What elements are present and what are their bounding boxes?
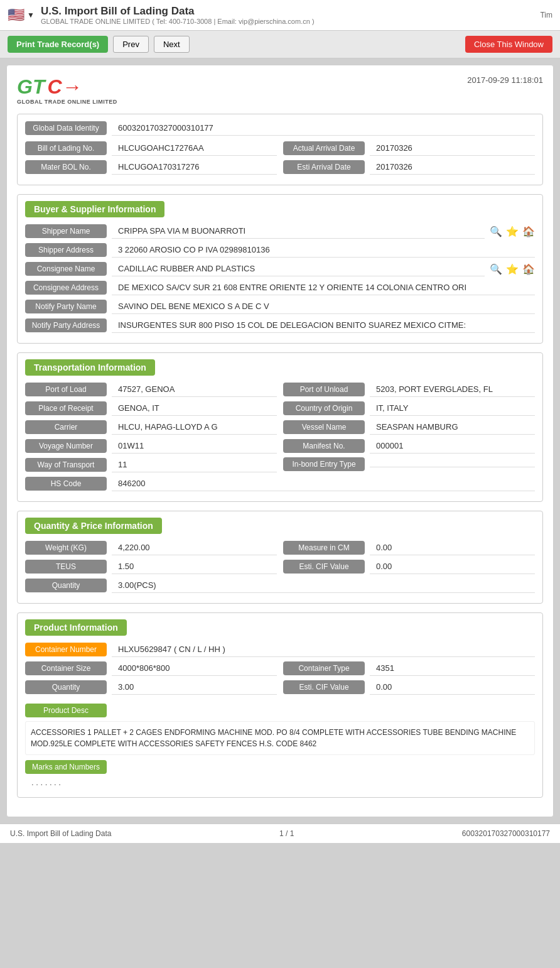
voyage-manifest-row: Voyage Number 01W11 Manifest No. 000001 <box>25 438 535 457</box>
manifest-no-label: Manifest No. <box>283 439 365 453</box>
product-info-header: Product Information <box>25 619 535 642</box>
notify-party-address-label: Notify Party Address <box>25 318 107 332</box>
transportation-title: Transportation Information <box>25 359 155 376</box>
container-size-type-row: Container Size 4000*806*800 Container Ty… <box>25 661 535 680</box>
logo: G T C → <box>17 75 82 99</box>
global-data-identity-value: 600320170327000310177 <box>112 121 535 136</box>
port-of-unload-label: Port of Unload <box>283 383 365 396</box>
port-of-unload-value: 5203, PORT EVERGLADES, FL <box>370 382 535 397</box>
shipper-search-icon[interactable]: 🔍 <box>490 226 502 237</box>
teus-value: 1.50 <box>112 559 277 574</box>
hs-code-value: 846200 <box>112 476 535 491</box>
country-of-origin-row: Country of Origin IT, ITALY <box>283 401 535 416</box>
shipper-star-icon[interactable]: ⭐ <box>506 226 519 237</box>
bol-left: Bill of Lading No. HLCUGOAHC17276AA <box>25 141 277 160</box>
product-quantity-value: 3.00 <box>112 680 277 695</box>
transportation-section: Transportation Information Port of Load … <box>17 352 543 502</box>
top-bar-right: Tim <box>540 11 552 19</box>
dropdown-arrow[interactable]: ▼ <box>27 11 35 19</box>
transportation-header: Transportation Information <box>25 359 535 382</box>
bill-of-lading-label: Bill of Lading No. <box>25 141 107 155</box>
country-of-origin-label: Country of Origin <box>283 401 365 415</box>
quantity-row: Quantity 3.00(PCS) <box>25 578 535 593</box>
container-number-row: Container Number HLXU5629847 ( CN / L / … <box>25 642 535 657</box>
consignee-name-label: Consignee Name <box>25 262 107 276</box>
top-bar: 🇺🇸 ▼ U.S. Import Bill of Lading Data GLO… <box>0 0 560 31</box>
measure-cm-row: Measure in CM 0.00 <box>283 540 535 555</box>
consignee-star-icon[interactable]: ⭐ <box>506 263 519 275</box>
container-number-value: HLXU5629847 ( CN / L / HH ) <box>112 642 535 657</box>
marks-and-numbers-value: . . . . . . . <box>25 774 535 791</box>
hs-code-row: HS Code 846200 <box>25 476 535 491</box>
quantity-value: 3.00(PCS) <box>112 578 535 593</box>
transport-inbond-row: Way of Transport 11 In-bond Entry Type <box>25 457 535 476</box>
vessel-name-row: Vessel Name SEASPAN HAMBURG <box>283 420 535 435</box>
doc-header: G T C → GLOBAL TRADE ONLINE LIMITED 2017… <box>17 75 543 105</box>
product-desc-label-row: Product Desc <box>25 704 535 717</box>
notify-party-name-label: Notify Party Name <box>25 300 107 313</box>
product-desc-label: Product Desc <box>25 704 107 717</box>
place-of-receipt-row: Place of Receipt GENOA, IT <box>25 401 277 416</box>
print-button[interactable]: Print Trade Record(s) <box>8 36 108 53</box>
consignee-home-icon[interactable]: 🏠 <box>522 263 535 275</box>
consignee-address-row: Consignee Address DE MEXICO SA/CV SUR 21… <box>25 280 535 295</box>
esti-arrival-row: Esti Arrival Date 20170326 <box>283 160 535 175</box>
close-button[interactable]: Close This Window <box>465 36 552 53</box>
buyer-supplier-title: Buyer & Supplier Information <box>25 201 164 217</box>
product-desc-text: ACCESSORIES 1 PALLET + 2 CAGES ENDFORMIN… <box>25 721 535 755</box>
bill-of-lading-row: Bill of Lading No. HLCUGOAHC17276AA <box>25 141 277 156</box>
consignee-address-label: Consignee Address <box>25 281 107 295</box>
footer-right: 600320170327000310177 <box>462 829 550 838</box>
quantity-price-title: Quantity & Price Information <box>25 518 162 534</box>
container-size-row: Container Size 4000*806*800 <box>25 661 277 676</box>
consignee-search-icon[interactable]: 🔍 <box>490 263 502 275</box>
esti-arrival-value: 20170326 <box>370 160 535 175</box>
product-info-title: Product Information <box>25 619 127 636</box>
voyage-number-row: Voyage Number 01W11 <box>25 438 277 454</box>
port-of-load-row: Port of Load 47527, GENOA <box>25 382 277 397</box>
voyage-number-label: Voyage Number <box>25 439 107 453</box>
container-size-value: 4000*806*800 <box>112 661 277 676</box>
shipper-home-icon[interactable]: 🏠 <box>522 226 535 237</box>
container-type-row: Container Type 4351 <box>283 661 535 676</box>
prev-button[interactable]: Prev <box>113 36 149 53</box>
consignee-icons: 🔍 ⭐ 🏠 <box>490 263 535 275</box>
shipper-name-row: Shipper Name CRIPPA SPA VIA M BUONARROTI… <box>25 224 535 239</box>
carrier-value: HLCU, HAPAG-LLOYD A G <box>112 420 277 435</box>
consignee-name-value: CADILLAC RUBBER AND PLASTICS <box>112 261 485 276</box>
logo-company: GLOBAL TRADE ONLINE LIMITED <box>17 99 117 105</box>
main-content: G T C → GLOBAL TRADE ONLINE LIMITED 2017… <box>6 65 554 817</box>
place-of-receipt-label: Place of Receipt <box>25 401 107 415</box>
weight-kg-value: 4,220.00 <box>112 540 277 555</box>
inbond-entry-value <box>370 462 535 467</box>
next-button[interactable]: Next <box>154 36 190 53</box>
carrier-row: Carrier HLCU, HAPAG-LLOYD A G <box>25 420 277 435</box>
mater-bol-no-value: HLCUGOA170317276 <box>112 160 277 175</box>
quantity-price-header: Quantity & Price Information <box>25 518 535 540</box>
doc-date: 2017-09-29 11:18:01 <box>467 75 543 85</box>
receipt-country-row: Place of Receipt GENOA, IT Country of Or… <box>25 401 535 420</box>
actual-arrival-value: 20170326 <box>370 141 535 156</box>
footer-bar: U.S. Import Bill of Lading Data 1 / 1 60… <box>0 824 560 843</box>
country-of-origin-value: IT, ITALY <box>370 401 535 416</box>
notify-party-address-value: INSURGENTES SUR 800 PISO 15 COL DE DELEG… <box>112 318 535 333</box>
manifest-no-value: 000001 <box>370 438 535 454</box>
way-of-transport-row: Way of Transport 11 <box>25 457 277 472</box>
teus-label: TEUS <box>25 560 107 574</box>
product-qty-cif-row: Quantity 3.00 Esti. CIF Value 0.00 <box>25 680 535 699</box>
manifest-no-row: Manifest No. 000001 <box>283 438 535 454</box>
global-data-identity-row: Global Data Identity 6003201703270003101… <box>25 121 535 136</box>
hs-code-label: HS Code <box>25 477 107 491</box>
place-of-receipt-value: GENOA, IT <box>112 401 277 416</box>
esti-cif-value: 0.00 <box>370 559 535 574</box>
port-of-load-value: 47527, GENOA <box>112 382 277 397</box>
shipper-icons: 🔍 ⭐ 🏠 <box>490 226 535 237</box>
app-title: U.S. Import Bill of Lading Data <box>41 5 315 18</box>
container-type-label: Container Type <box>283 661 365 675</box>
shipper-address-value: 3 22060 AROSIO CO P IVA 02989810136 <box>112 242 535 258</box>
inbond-entry-row: In-bond Entry Type <box>283 457 535 471</box>
mater-bol-left: Mater BOL No. HLCUGOA170317276 <box>25 160 277 178</box>
shipper-name-value: CRIPPA SPA VIA M BUONARROTI <box>112 224 485 239</box>
footer-middle: 1 / 1 <box>279 829 294 838</box>
esti-arrival-label: Esti Arrival Date <box>283 160 365 174</box>
